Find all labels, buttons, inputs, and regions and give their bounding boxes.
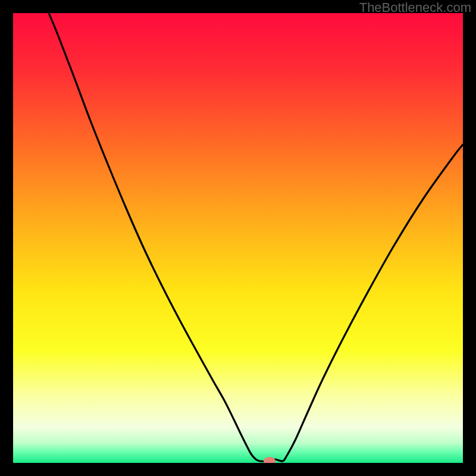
chart-svg — [13, 13, 463, 463]
gradient-background — [13, 13, 463, 463]
chart-frame: TheBottleneck.com — [0, 0, 476, 476]
watermark-text: TheBottleneck.com — [359, 0, 471, 15]
plot-area — [13, 13, 463, 463]
